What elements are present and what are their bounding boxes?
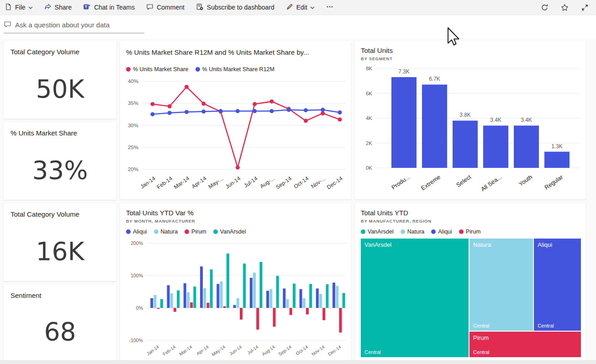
data-point[interactable] bbox=[168, 111, 172, 115]
bar-aliqui-nov-14[interactable] bbox=[316, 288, 319, 308]
bar-aliqui-mar-14[interactable] bbox=[184, 283, 186, 308]
segment-bar-plot[interactable]: 8K6K4K2K0K7.3KProdu...6.7KExtreme3.8KSel… bbox=[355, 41, 585, 199]
data-point[interactable] bbox=[236, 166, 240, 170]
bar-pirum-nov-14[interactable] bbox=[322, 308, 325, 320]
bar-aliqui-may-14[interactable] bbox=[216, 284, 219, 308]
data-point[interactable] bbox=[201, 109, 206, 114]
tile-total-units-ytd-treemap[interactable]: Total Units YTD BY MANUFACTURER, REGION … bbox=[355, 203, 585, 360]
legend-item-aliqui[interactable]: Aliqui bbox=[431, 229, 452, 235]
bar-pirum-sep-14[interactable] bbox=[290, 308, 292, 315]
data-point[interactable] bbox=[304, 108, 308, 112]
refresh-icon[interactable] bbox=[541, 4, 549, 11]
tile-total-category-volume-1[interactable]: Total Category Volume 50K bbox=[4, 41, 116, 119]
bar-vanarsdel-dec-14[interactable] bbox=[343, 293, 345, 308]
grouped-bar-plot[interactable]: 200%100%0%-100%Jan-14Feb-14Mar-14Apr-14M… bbox=[120, 203, 351, 360]
edit-menu-button[interactable]: Edit bbox=[286, 3, 315, 12]
share-button[interactable]: Share bbox=[44, 3, 72, 12]
line-chart-plot[interactable]: 40%35%30%25%20%Jan-14Feb-14Mar-14Apr-14M… bbox=[120, 41, 351, 199]
tile-total-units-by-segment[interactable]: Total Units BY SEGMENT 8K6K4K2K0K7.3KPro… bbox=[355, 41, 585, 199]
bar-aliqui-sep-14[interactable] bbox=[283, 288, 285, 308]
bar-aliqui-apr-14[interactable] bbox=[200, 266, 203, 308]
bar-natura-oct-14[interactable] bbox=[303, 298, 306, 308]
tile-sentiment[interactable]: Sentiment 68 bbox=[4, 285, 116, 360]
bar-vanarsdel-feb-14[interactable] bbox=[177, 291, 179, 308]
data-point[interactable] bbox=[338, 117, 342, 121]
bar-aliqui-jul-14[interactable] bbox=[250, 278, 253, 308]
data-point[interactable] bbox=[269, 99, 274, 104]
bar-vanarsdel-aug-14[interactable] bbox=[276, 276, 279, 308]
treemap-block-aliqui[interactable]: AliquiCentral bbox=[534, 239, 581, 331]
bar-aliqui-dec-14[interactable] bbox=[332, 283, 335, 308]
data-point[interactable] bbox=[304, 119, 308, 123]
data-point[interactable] bbox=[168, 104, 172, 109]
data-point[interactable] bbox=[185, 85, 189, 89]
legend-item-vanarsdel[interactable]: VanArsdel bbox=[361, 229, 394, 235]
subscribe-button[interactable]: Subscribe to dashboard bbox=[196, 3, 274, 12]
horizontal-scrollbar-track[interactable] bbox=[0, 360, 596, 364]
bar-pirum-jun-14[interactable] bbox=[240, 308, 243, 320]
data-point[interactable] bbox=[253, 109, 257, 113]
file-menu-button[interactable]: File bbox=[5, 3, 33, 12]
bar-pirum-may-14[interactable] bbox=[223, 306, 226, 308]
favorite-icon[interactable] bbox=[561, 4, 569, 11]
bar-aliqui-aug-14[interactable] bbox=[266, 291, 269, 308]
bar-natura-jul-14[interactable] bbox=[253, 273, 256, 308]
bar-aliqui-oct-14[interactable] bbox=[300, 289, 302, 308]
bar-natura-apr-14[interactable] bbox=[203, 288, 206, 308]
data-point[interactable] bbox=[151, 102, 155, 106]
bar-all-sea-[interactable] bbox=[483, 125, 508, 168]
tile-units-market-share[interactable]: % Units Market Share 33% bbox=[4, 122, 116, 200]
bar-produ-[interactable] bbox=[391, 77, 417, 168]
bar-natura-sep-14[interactable] bbox=[286, 299, 289, 308]
fullscreen-icon[interactable] bbox=[581, 4, 589, 11]
treemap-block-vanarsdel[interactable]: VanArsdelCentral bbox=[361, 239, 469, 357]
data-point[interactable] bbox=[321, 108, 325, 112]
data-point[interactable] bbox=[201, 102, 206, 106]
bar-aliqui-jun-14[interactable] bbox=[233, 305, 236, 308]
comment-button[interactable]: Comment bbox=[146, 3, 185, 12]
bar-select[interactable] bbox=[453, 120, 478, 168]
bar-aliqui-feb-14[interactable] bbox=[167, 285, 170, 308]
bar-regular[interactable] bbox=[544, 152, 570, 168]
data-point[interactable] bbox=[219, 109, 223, 113]
data-point[interactable] bbox=[253, 102, 257, 106]
tile-total-category-volume-2[interactable]: Total Category Volume 16K bbox=[4, 203, 116, 281]
treemap-block-natura[interactable]: NaturaCentral bbox=[469, 239, 533, 331]
bar-natura-dec-14[interactable] bbox=[336, 286, 338, 308]
line-series[interactable] bbox=[153, 87, 340, 168]
tile-total-units-ytd-var[interactable]: Total Units YTD Var % BY MONTH, MANUFACT… bbox=[120, 203, 351, 360]
bar-pirum-mar-14[interactable] bbox=[190, 302, 193, 308]
data-point[interactable] bbox=[236, 109, 240, 113]
bar-pirum-jul-14[interactable] bbox=[256, 308, 259, 330]
bar-vanarsdel-apr-14[interactable] bbox=[210, 270, 213, 308]
bar-vanarsdel-oct-14[interactable] bbox=[309, 284, 312, 308]
bar-natura-jan-14[interactable] bbox=[154, 295, 157, 308]
bar-youth[interactable] bbox=[514, 125, 539, 168]
bar-natura-may-14[interactable] bbox=[220, 281, 223, 308]
bar-pirum-oct-14[interactable] bbox=[306, 308, 309, 314]
treemap-plot[interactable]: VanArsdelCentralNaturaCentralAliquiCentr… bbox=[361, 239, 581, 357]
tile-market-share-line-chart[interactable]: % Units Market Share R12M and % Units Ma… bbox=[120, 41, 351, 199]
bar-natura-mar-14[interactable] bbox=[187, 292, 190, 308]
data-point[interactable] bbox=[185, 110, 189, 114]
data-point[interactable] bbox=[321, 111, 325, 115]
data-point[interactable] bbox=[287, 108, 291, 112]
bar-natura-jun-14[interactable] bbox=[237, 298, 239, 308]
bar-vanarsdel-jun-14[interactable] bbox=[243, 264, 246, 308]
bar-extreme[interactable] bbox=[422, 84, 447, 168]
legend-item-pirum[interactable]: Pirum bbox=[459, 229, 481, 235]
bar-natura-aug-14[interactable] bbox=[269, 289, 272, 308]
bar-natura-nov-14[interactable] bbox=[319, 294, 322, 308]
bar-pirum-dec-14[interactable] bbox=[339, 308, 342, 333]
bar-pirum-jan-14[interactable] bbox=[157, 308, 160, 309]
legend-item-natura[interactable]: Natura bbox=[401, 229, 425, 235]
bar-aliqui-jan-14[interactable] bbox=[150, 298, 153, 308]
more-options-button[interactable] bbox=[326, 3, 333, 12]
bar-pirum-feb-14[interactable] bbox=[174, 308, 176, 312]
treemap-block-pirum[interactable]: PirumCentral bbox=[469, 332, 581, 357]
bar-pirum-aug-14[interactable] bbox=[273, 308, 275, 327]
bar-natura-feb-14[interactable] bbox=[170, 293, 173, 308]
bar-vanarsdel-sep-14[interactable] bbox=[293, 284, 295, 308]
bar-pirum-apr-14[interactable] bbox=[206, 303, 209, 308]
bar-vanarsdel-jan-14[interactable] bbox=[160, 299, 163, 308]
